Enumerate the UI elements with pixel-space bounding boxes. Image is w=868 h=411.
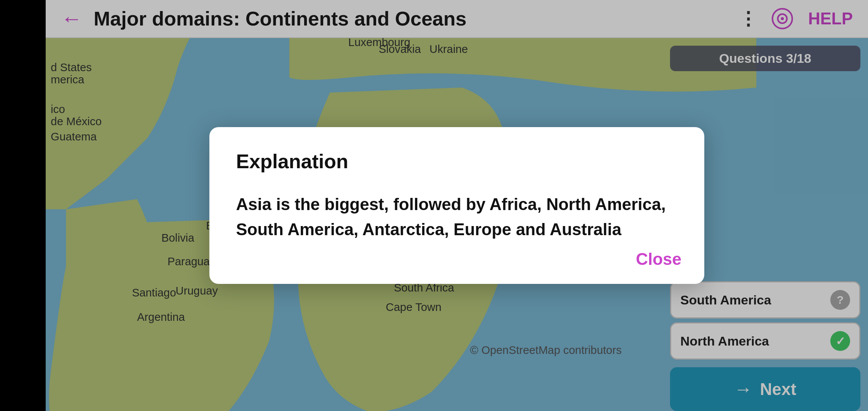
modal-close-button[interactable]: Close [636,250,681,269]
left-black-bar [0,0,46,411]
explanation-modal: Explanation Asia is the biggest, followe… [209,127,704,284]
modal-body: Asia is the biggest, followed by Africa,… [236,192,678,242]
modal-title: Explanation [236,150,678,173]
modal-overlay: Explanation Asia is the biggest, followe… [46,0,868,411]
main-container: ← Major domains: Continents and Oceans ⋮… [46,0,868,411]
